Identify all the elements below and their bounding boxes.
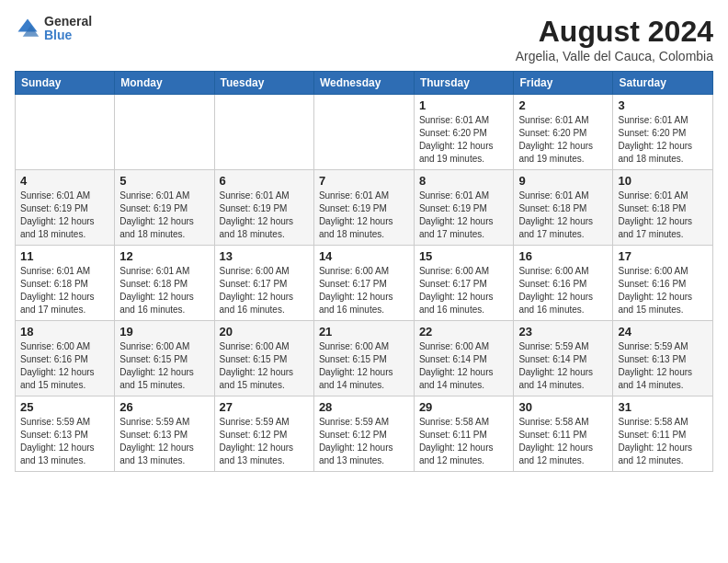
day-detail: Sunrise: 6:00 AM Sunset: 6:15 PM Dayligh… [220,340,309,392]
calendar-title: August 2024 [516,15,713,49]
calendar-week-row: 18Sunrise: 6:00 AM Sunset: 6:16 PM Dayli… [16,321,713,396]
weekday-header-cell: Saturday [613,72,713,95]
calendar-table: SundayMondayTuesdayWednesdayThursdayFrid… [15,71,713,472]
day-detail: Sunrise: 6:00 AM Sunset: 6:17 PM Dayligh… [419,265,509,316]
day-detail: Sunrise: 6:01 AM Sunset: 6:18 PM Dayligh… [119,265,209,316]
day-detail: Sunrise: 6:01 AM Sunset: 6:20 PM Dayligh… [419,114,509,166]
calendar-day-cell: 6Sunrise: 6:01 AM Sunset: 6:19 PM Daylig… [214,170,313,246]
day-number: 22 [419,325,509,339]
calendar-day-cell: 27Sunrise: 5:59 AM Sunset: 6:12 PM Dayli… [214,396,313,472]
page-header: General Blue August 2024 Argelia, Valle … [15,15,713,63]
day-number: 8 [419,174,509,188]
logo-icon [15,16,40,41]
calendar-day-cell [115,95,214,170]
day-number: 28 [319,400,409,414]
weekday-header-row: SundayMondayTuesdayWednesdayThursdayFrid… [16,72,713,95]
day-number: 7 [319,174,409,188]
calendar-day-cell: 1Sunrise: 6:01 AM Sunset: 6:20 PM Daylig… [414,95,514,170]
day-number: 11 [20,249,109,263]
day-number: 13 [220,249,309,263]
logo-line1: General [44,15,92,29]
day-detail: Sunrise: 6:01 AM Sunset: 6:20 PM Dayligh… [618,114,708,166]
day-number: 24 [618,325,708,339]
day-number: 18 [20,325,109,339]
calendar-day-cell: 7Sunrise: 6:01 AM Sunset: 6:19 PM Daylig… [313,170,414,246]
logo-line2: Blue [44,29,92,42]
day-detail: Sunrise: 6:01 AM Sunset: 6:18 PM Dayligh… [518,190,608,241]
day-detail: Sunrise: 5:58 AM Sunset: 6:11 PM Dayligh… [419,416,509,467]
day-detail: Sunrise: 5:59 AM Sunset: 6:13 PM Dayligh… [618,340,708,392]
day-number: 1 [419,98,509,112]
day-number: 6 [220,174,309,188]
day-number: 12 [119,249,209,263]
calendar-day-cell: 25Sunrise: 5:59 AM Sunset: 6:13 PM Dayli… [16,396,115,472]
calendar-day-cell: 16Sunrise: 6:00 AM Sunset: 6:16 PM Dayli… [514,246,613,321]
day-number: 20 [220,325,309,339]
calendar-day-cell: 9Sunrise: 6:01 AM Sunset: 6:18 PM Daylig… [514,170,613,246]
day-number: 3 [618,98,708,112]
day-detail: Sunrise: 6:00 AM Sunset: 6:14 PM Dayligh… [419,340,509,392]
day-number: 25 [20,400,109,414]
calendar-week-row: 1Sunrise: 6:01 AM Sunset: 6:20 PM Daylig… [16,95,713,170]
weekday-header-cell: Tuesday [214,72,313,95]
day-detail: Sunrise: 5:59 AM Sunset: 6:12 PM Dayligh… [319,416,409,467]
day-number: 23 [518,325,608,339]
day-detail: Sunrise: 5:59 AM Sunset: 6:13 PM Dayligh… [119,416,209,467]
day-number: 21 [319,325,409,339]
day-detail: Sunrise: 6:01 AM Sunset: 6:19 PM Dayligh… [419,190,509,241]
day-number: 15 [419,249,509,263]
calendar-day-cell: 17Sunrise: 6:00 AM Sunset: 6:16 PM Dayli… [613,246,713,321]
calendar-day-cell: 13Sunrise: 6:00 AM Sunset: 6:17 PM Dayli… [214,246,313,321]
day-detail: Sunrise: 6:00 AM Sunset: 6:16 PM Dayligh… [518,265,608,316]
day-number: 10 [618,174,708,188]
day-detail: Sunrise: 5:59 AM Sunset: 6:13 PM Dayligh… [20,416,109,467]
day-number: 2 [518,98,608,112]
calendar-day-cell: 31Sunrise: 5:58 AM Sunset: 6:11 PM Dayli… [613,396,713,472]
day-number: 26 [119,400,209,414]
day-detail: Sunrise: 6:00 AM Sunset: 6:16 PM Dayligh… [20,340,109,392]
day-number: 19 [119,325,209,339]
calendar-day-cell: 26Sunrise: 5:59 AM Sunset: 6:13 PM Dayli… [115,396,214,472]
day-detail: Sunrise: 6:01 AM Sunset: 6:19 PM Dayligh… [20,190,109,241]
calendar-day-cell: 19Sunrise: 6:00 AM Sunset: 6:15 PM Dayli… [115,321,214,396]
calendar-week-row: 4Sunrise: 6:01 AM Sunset: 6:19 PM Daylig… [16,170,713,246]
calendar-day-cell: 5Sunrise: 6:01 AM Sunset: 6:19 PM Daylig… [115,170,214,246]
weekday-header-cell: Sunday [16,72,115,95]
day-number: 31 [618,400,708,414]
calendar-day-cell: 23Sunrise: 5:59 AM Sunset: 6:14 PM Dayli… [514,321,613,396]
calendar-day-cell: 10Sunrise: 6:01 AM Sunset: 6:18 PM Dayli… [613,170,713,246]
calendar-day-cell: 29Sunrise: 5:58 AM Sunset: 6:11 PM Dayli… [414,396,514,472]
title-block: August 2024 Argelia, Valle del Cauca, Co… [516,15,713,63]
calendar-day-cell: 14Sunrise: 6:00 AM Sunset: 6:17 PM Dayli… [313,246,414,321]
calendar-day-cell: 28Sunrise: 5:59 AM Sunset: 6:12 PM Dayli… [313,396,414,472]
calendar-day-cell: 22Sunrise: 6:00 AM Sunset: 6:14 PM Dayli… [414,321,514,396]
calendar-subtitle: Argelia, Valle del Cauca, Colombia [516,49,713,63]
day-number: 4 [20,174,109,188]
weekday-header-cell: Friday [514,72,613,95]
day-detail: Sunrise: 6:00 AM Sunset: 6:17 PM Dayligh… [220,265,309,316]
day-detail: Sunrise: 5:58 AM Sunset: 6:11 PM Dayligh… [618,416,708,467]
calendar-day-cell: 2Sunrise: 6:01 AM Sunset: 6:20 PM Daylig… [514,95,613,170]
calendar-day-cell: 15Sunrise: 6:00 AM Sunset: 6:17 PM Dayli… [414,246,514,321]
day-number: 30 [518,400,608,414]
calendar-day-cell [214,95,313,170]
day-number: 17 [618,249,708,263]
day-number: 9 [518,174,608,188]
weekday-header-cell: Thursday [414,72,514,95]
calendar-day-cell: 30Sunrise: 5:58 AM Sunset: 6:11 PM Dayli… [514,396,613,472]
calendar-day-cell: 3Sunrise: 6:01 AM Sunset: 6:20 PM Daylig… [613,95,713,170]
calendar-day-cell: 8Sunrise: 6:01 AM Sunset: 6:19 PM Daylig… [414,170,514,246]
day-detail: Sunrise: 5:58 AM Sunset: 6:11 PM Dayligh… [518,416,608,467]
day-detail: Sunrise: 6:01 AM Sunset: 6:19 PM Dayligh… [119,190,209,241]
day-detail: Sunrise: 6:01 AM Sunset: 6:19 PM Dayligh… [319,190,409,241]
calendar-day-cell: 12Sunrise: 6:01 AM Sunset: 6:18 PM Dayli… [115,246,214,321]
calendar-day-cell: 20Sunrise: 6:00 AM Sunset: 6:15 PM Dayli… [214,321,313,396]
calendar-day-cell: 24Sunrise: 5:59 AM Sunset: 6:13 PM Dayli… [613,321,713,396]
day-number: 29 [419,400,509,414]
day-detail: Sunrise: 6:01 AM Sunset: 6:20 PM Dayligh… [518,114,608,166]
day-number: 5 [119,174,209,188]
day-detail: Sunrise: 6:01 AM Sunset: 6:19 PM Dayligh… [220,190,309,241]
day-number: 14 [319,249,409,263]
logo-text: General Blue [44,15,92,43]
calendar-day-cell [16,95,115,170]
